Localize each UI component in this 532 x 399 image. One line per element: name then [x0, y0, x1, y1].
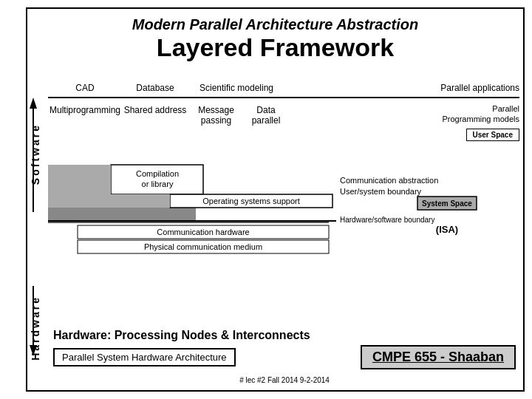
cell-database: Database — [122, 83, 188, 93]
svg-rect-5 — [48, 208, 196, 221]
row2: Multiprogramming Shared address Message … — [48, 102, 519, 126]
cmpe-box: CMPE 655 - Shaaban — [361, 345, 516, 369]
bottom-section: Hardware: Processing Nodes & Interconnec… — [53, 329, 516, 369]
cell-cad: CAD — [48, 83, 122, 93]
parallel-prog-line2: Programming models — [442, 115, 519, 123]
svg-text:System Space: System Space — [422, 200, 472, 208]
hardware-label: Hardware — [30, 296, 41, 361]
row1: CAD Database Scientific modeling Paralle… — [48, 83, 519, 98]
cell-message: Message passing — [188, 102, 244, 126]
svg-marker-0 — [30, 98, 37, 109]
software-label: Software — [30, 123, 41, 185]
staircase-diagram: Compilation or library Operating systems… — [48, 143, 519, 265]
user-space-row: User Space — [48, 129, 519, 141]
svg-text:User/system boundary: User/system boundary — [340, 187, 422, 196]
svg-text:Communication hardware: Communication hardware — [157, 228, 249, 236]
svg-text:Compilation: Compilation — [136, 169, 179, 178]
hardware-nodes-label: Hardware: Processing Nodes & Interconnec… — [53, 329, 516, 342]
user-space-box: User Space — [466, 129, 519, 141]
svg-text:Communication abstraction: Communication abstraction — [340, 176, 438, 185]
footnote: # lec #2 Fall 2014 9-2-2014 — [53, 376, 516, 384]
parallel-arch-box: Parallel System Hardware Architecture — [53, 348, 236, 366]
cell-scientific: Scientific modeling — [188, 83, 284, 93]
svg-text:Operating systems support: Operating systems support — [202, 197, 299, 205]
title-area: Modern Parallel Architecture Abstraction… — [27, 9, 523, 66]
cell-data-parallel: Data parallel — [244, 102, 288, 126]
cell-multiprog: Multiprogramming — [48, 102, 122, 115]
main-title: Layered Framework — [27, 33, 523, 62]
svg-text:(ISA): (ISA) — [436, 224, 458, 235]
svg-text:or library: or library — [142, 180, 174, 188]
svg-text:Hardware/software boundary: Hardware/software boundary — [340, 216, 434, 224]
parallel-prog-line1: Parallel — [492, 104, 519, 113]
cell-parallel-apps: Parallel applications — [284, 83, 519, 93]
subtitle: Modern Parallel Architecture Abstraction — [27, 16, 523, 33]
svg-rect-23 — [48, 165, 111, 194]
content-area: CAD Database Scientific modeling Paralle… — [48, 83, 519, 265]
cell-shared: Shared address — [122, 102, 188, 115]
svg-text:Physical communication medium: Physical communication medium — [144, 242, 262, 251]
svg-rect-24 — [48, 194, 170, 208]
main-frame: Modern Parallel Architecture Abstraction… — [26, 7, 525, 392]
